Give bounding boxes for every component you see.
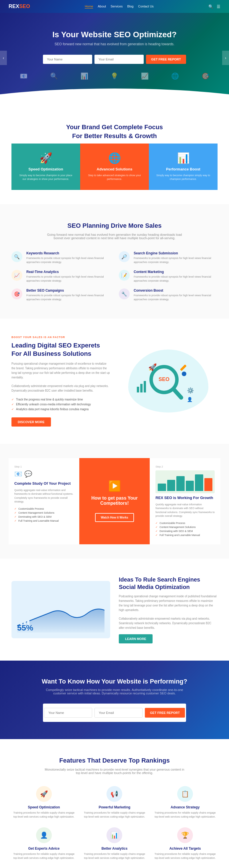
step-center-icon: ▶️ [108, 480, 121, 492]
features-grid: 🚀 Speed Optimization Training procedures… [11, 786, 218, 860]
hero-icon-6: 🌐 [171, 72, 179, 80]
seo-item-4: 📝 Content Marketing Frameworks to provid… [119, 270, 218, 283]
brand-card-1-title: Speed Optimization [17, 167, 74, 171]
ideas-left: 55% [11, 581, 110, 638]
seo-item-2-text: Frameworks to provide robust synopsis fo… [134, 256, 218, 264]
want-cta-button[interactable]: GET FREE REPORT [145, 708, 185, 718]
feature-title-4: Get Experts Advice [11, 846, 76, 850]
feature-title-1: Speed Optimization [11, 805, 76, 809]
feature-title-2: Powerful Marketing [82, 805, 147, 809]
step-2-text: Quickly aggregate real-value information… [156, 503, 215, 518]
step-center-box: ▶️ How to get pass Your Competitors! Wat… [79, 458, 150, 544]
seo-title: SEO Planning Drive More Sales [11, 221, 218, 230]
brand-card-3-text: Simply way to become champion simply way… [155, 174, 212, 181]
step-1-list-2: Content Management Solutions [14, 511, 73, 515]
seo-item-2-title: Search Engine Submission [134, 251, 218, 255]
step-2-list-3: Dominating with SEO & SEM [156, 529, 215, 533]
step-2-chart [156, 470, 215, 493]
nav-link-contact[interactable]: Contact Us [138, 5, 154, 9]
feature-text-4: Training procedures for reliable supply … [11, 852, 76, 860]
seo-icon-6: 🔧 [119, 288, 130, 299]
step-chart-bar-5 [195, 474, 203, 491]
seo-subtitle: Going forward new normal that has evolve… [43, 233, 186, 240]
step-1-icons: 📧 💬 [14, 470, 73, 478]
want-subtitle: Compellingly seize tactical machines to … [43, 688, 186, 695]
seo-planning-section: SEO Planning Drive More Sales Going forw… [0, 204, 229, 319]
svg-rect-8 [140, 384, 142, 393]
hero-email-input[interactable] [94, 55, 144, 64]
leading-list: Track the progress real time & quickly m… [11, 397, 110, 412]
want-email-input[interactable] [94, 708, 142, 718]
hero-icon-5: 📈 [141, 72, 149, 80]
feature-text-3: Training procedures for reliable supply … [153, 811, 218, 819]
leading-list-item-2: Efficiently unleash cross-media informat… [11, 402, 110, 407]
feature-item-1: 🚀 Speed Optimization Training procedures… [11, 786, 76, 819]
hero-name-input[interactable] [43, 55, 92, 64]
nav-link-home[interactable]: Home [85, 5, 93, 9]
brand-section: Your Brand Get Complete FocusFor Better … [0, 103, 229, 204]
feature-title-5: Better Analytics [82, 846, 147, 850]
svg-rect-7 [137, 387, 139, 393]
discover-button[interactable]: DISCOVER MORE [11, 417, 51, 427]
seo-item-2: 🔎 Search Engine Submission Frameworks to… [119, 251, 218, 264]
seo-item-1-title: Keywords Research [26, 251, 110, 255]
svg-text:🚀: 🚀 [148, 363, 157, 371]
want-section: Want To Know How Your Website is Perform… [0, 660, 229, 739]
hero-next-button[interactable]: › [222, 51, 229, 65]
leading-section: BOOST YOUR SALES IS AN FACTOR Leading Di… [0, 318, 229, 443]
seo-item-3-text: Frameworks to provide robust synopsis fo… [26, 275, 110, 283]
seo-item-6-text: Frameworks to provide robust synopsis fo… [134, 293, 218, 301]
hero-section: ‹ Is Your Website SEO Optimized? SEO for… [0, 13, 229, 103]
step-1-label: Step 1 [14, 465, 73, 468]
seo-item-5-text: Frameworks to provide robust synopsis fo… [26, 293, 110, 301]
seo-item-4-text: Frameworks to provide robust synopsis fo… [134, 275, 218, 283]
step-1-icon-2: 💬 [24, 470, 32, 478]
nav-link-blog[interactable]: Blog [127, 5, 133, 9]
step-center-title: How to get pass Your Competitors! [85, 496, 144, 506]
step-chart-bar-1 [158, 484, 166, 491]
feature-icon-4: 👤 [36, 827, 52, 843]
brand-card-1-icon: 🚀 [17, 152, 74, 164]
seo-item-6-title: Conversion Boost [134, 288, 218, 292]
leading-title: Leading Digital SEO Experets For All Bus… [11, 341, 110, 358]
ideas-percent: 55% [17, 623, 33, 632]
feature-title-6: Achieve All Targets [153, 846, 218, 850]
svg-text:⚙️: ⚙️ [187, 387, 194, 394]
brand-title: Your Brand Get Complete FocusFor Better … [11, 123, 218, 141]
leading-left: BOOST YOUR SALES IS AN FACTOR Leading Di… [11, 336, 110, 426]
seo-item-4-title: Content Marketing [134, 270, 218, 274]
nav-link-about[interactable]: About [98, 5, 106, 9]
want-name-input[interactable] [44, 708, 92, 718]
feature-icon-5: 📊 [106, 827, 122, 843]
nav-links: Home About Services Blog Contact Us [85, 5, 154, 9]
search-icon[interactable]: 🔍 [208, 4, 213, 9]
step-2-title: REX SEO is Working For Growth [156, 496, 215, 500]
step-1-list-4: Full Training and Learnable Manual [14, 519, 73, 523]
watch-button[interactable]: Watch How it Works [95, 513, 134, 522]
svg-point-5 [182, 372, 186, 376]
svg-rect-9 [144, 381, 146, 393]
leading-text-2: Collaboratively administrate empowered m… [11, 384, 110, 393]
menu-icon[interactable]: ☰ [217, 4, 220, 9]
hero-icon-3: 📊 [80, 72, 88, 80]
seo-item-3: 📈 Real-Time Analytics Frameworks to prov… [11, 270, 110, 283]
seo-icon-4: 📝 [119, 270, 130, 281]
seo-item-6: 🔧 Conversion Boost Frameworks to provide… [119, 288, 218, 301]
want-form: GET FREE REPORT [43, 704, 186, 722]
step-chart-bar-6 [204, 478, 212, 491]
feature-icon-1: 🚀 [36, 786, 52, 802]
feature-icon-2: 📢 [106, 786, 122, 802]
nav-link-services[interactable]: Services [110, 5, 123, 9]
hero-cta-button[interactable]: GET FREE REPORT [146, 55, 186, 64]
learn-more-button[interactable]: LEARN MORE [119, 634, 153, 643]
seo-icon-5: 🎯 [11, 288, 22, 299]
brand-card-3: 📊 Performance Boost Simply way to become… [149, 144, 218, 190]
leading-graphic-svg: SEO 🚀 ⚙️ 👤 [131, 352, 205, 410]
step-1-list-3: Dominating with SEO & SEM [14, 515, 73, 519]
seo-item-1-text: Frameworks to provide robust synopsis fo… [26, 256, 110, 264]
nav-actions: 🔍 ☰ [208, 4, 220, 9]
brand-card-3-title: Performance Boost [155, 167, 212, 171]
hero-prev-button[interactable]: ‹ [0, 51, 7, 65]
seo-item-5: 🎯 Better SEO Campaigns Frameworks to pro… [11, 288, 110, 301]
step-1-list-1: Customizable Process [14, 507, 73, 511]
